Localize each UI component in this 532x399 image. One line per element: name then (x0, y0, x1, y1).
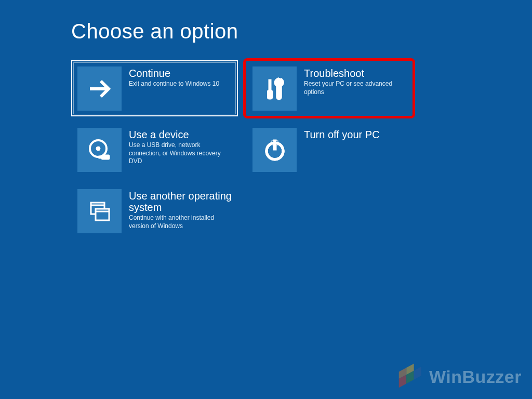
use-device-subtitle: Use a USB drive, network connection, or … (129, 141, 232, 166)
svg-point-4 (96, 147, 100, 151)
windows-cascade-icon (77, 189, 122, 233)
watermark-text: WinBuzzer (429, 367, 522, 387)
power-icon (252, 128, 297, 172)
troubleshoot-title: Troubleshoot (304, 68, 407, 79)
use-another-os-title: Use another operating system (129, 190, 232, 213)
svg-rect-2 (267, 90, 272, 99)
continue-subtitle: Exit and continue to Windows 10 (129, 80, 219, 88)
use-another-os-subtitle: Continue with another installed version … (129, 214, 232, 230)
svg-marker-18 (414, 367, 421, 380)
page-title: Choose an option (71, 20, 238, 43)
winbuzzer-logo-icon (394, 364, 424, 390)
svg-rect-5 (101, 155, 110, 159)
turn-off-option[interactable]: Turn off your PC (246, 122, 413, 178)
arrow-right-icon (77, 66, 122, 111)
use-device-option[interactable]: Use a device Use a USB drive, network co… (71, 122, 238, 178)
use-device-title: Use a device (129, 129, 232, 140)
options-grid: Continue Exit and continue to Windows 10 (71, 60, 420, 244)
svg-rect-13 (96, 209, 109, 220)
continue-title: Continue (129, 68, 219, 79)
troubleshoot-subtitle: Reset your PC or see advanced options (304, 80, 407, 96)
use-another-os-option[interactable]: Use another operating system Continue wi… (71, 183, 238, 239)
watermark: WinBuzzer (394, 364, 522, 390)
tools-icon (252, 66, 297, 111)
svg-rect-6 (99, 156, 102, 158)
turn-off-title: Turn off your PC (304, 129, 380, 140)
troubleshoot-option[interactable]: Troubleshoot Reset your PC or see advanc… (246, 60, 413, 116)
disc-usb-icon (77, 128, 122, 172)
svg-rect-10 (273, 140, 276, 150)
continue-option[interactable]: Continue Exit and continue to Windows 10 (71, 60, 238, 116)
svg-rect-1 (269, 79, 271, 90)
